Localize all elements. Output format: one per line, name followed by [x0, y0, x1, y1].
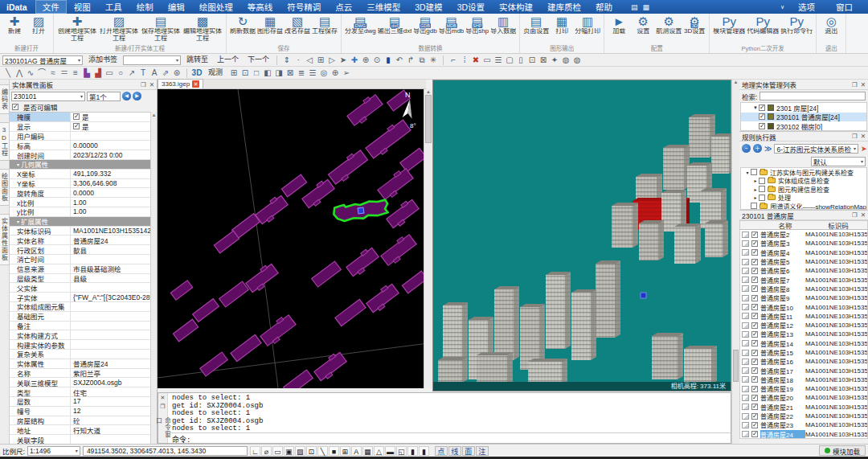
value-checkbox[interactable]: [73, 123, 80, 129]
screen-icon[interactable]: ▤: [631, 3, 638, 11]
geometry-mode-button[interactable]: 面: [462, 446, 475, 456]
layer-checkbox[interactable]: [759, 105, 765, 111]
ribbon-button[interactable]: ✚ 新建: [3, 14, 26, 45]
property-row[interactable]: 地址 行知大道: [10, 425, 150, 435]
fill-color-icon[interactable]: ▙: [81, 68, 92, 78]
ribbon-button[interactable]: ▨ 打开地理实体工程: [99, 14, 139, 45]
feature-row[interactable]: 普通房屋2 MA1001NE103H1535...: [740, 230, 867, 239]
feature-row[interactable]: 普通房屋5 MA1001NE103H1535...: [740, 257, 867, 266]
property-row[interactable]: 掩膜 是: [10, 113, 150, 122]
delete-icon[interactable]: ✖: [470, 55, 481, 65]
prev-view-icon[interactable]: ◁: [304, 55, 315, 65]
list-icon[interactable]: ☰: [493, 55, 504, 65]
ribbon-button[interactable]: ▦ 图形存盘: [257, 14, 283, 45]
rule-checkbox[interactable]: [751, 169, 757, 175]
ribbon-button[interactable]: ◎ 退出: [820, 14, 842, 45]
refresh-view-icon[interactable]: ✳: [428, 55, 439, 65]
property-row[interactable]: 实体标识码 MA1001NE103H15351422...: [10, 227, 150, 236]
annotation-icon[interactable]: A: [149, 68, 160, 78]
close-panel-icon[interactable]: ✕: [861, 211, 866, 219]
menu-item[interactable]: 工具: [98, 0, 129, 14]
property-row[interactable]: 标高 0.00000: [10, 141, 150, 150]
property-row[interactable]: 基础图元: [10, 312, 150, 322]
feature-checkbox[interactable]: [751, 313, 758, 319]
ribbon-button[interactable]: ▤DWG 分发至dwg: [345, 14, 376, 45]
rect-snap-icon[interactable]: ▭: [272, 446, 283, 456]
property-row[interactable]: 层数 17: [10, 397, 150, 407]
feature-checkbox[interactable]: [751, 413, 758, 420]
view-3d-canvas[interactable]: 相机高程: 373.11米: [432, 80, 731, 391]
ribbon-button[interactable]: ▥ 分幅打印: [575, 14, 600, 45]
center-snap-icon[interactable]: ⊡: [306, 446, 317, 456]
command-history[interactable]: nodes to select: 1get id: SXJZ0004.osgbn…: [168, 393, 731, 432]
feature-checkbox[interactable]: [751, 277, 758, 283]
property-row[interactable]: 实体属性 普通房屋24: [10, 359, 150, 369]
ribbon-button[interactable]: ▤MDB 导出mdb: [439, 14, 465, 45]
rule-checkbox[interactable]: [759, 178, 765, 184]
geometry-mode-button[interactable]: 线: [448, 446, 461, 456]
property-row[interactable]: 复杂关系: [10, 350, 150, 359]
arrow-draw-icon[interactable]: ↗: [126, 68, 137, 78]
link-icon[interactable]: ⊕: [330, 68, 341, 78]
ribbon-button[interactable]: ▤GDB 导出gdb: [413, 14, 436, 45]
angle-snap-icon[interactable]: △: [374, 446, 384, 456]
property-row[interactable]: 行政区划 歙县: [10, 245, 150, 255]
flatten-icon[interactable]: ☰: [307, 68, 318, 78]
menu-item[interactable]: 帮助: [588, 0, 620, 14]
property-row[interactable]: 备注: [10, 322, 150, 331]
module-status-button[interactable]: 模块加载: [819, 445, 866, 456]
feature-checkbox[interactable]: [751, 249, 758, 256]
feature-checkbox[interactable]: [751, 285, 758, 292]
target-icon[interactable]: ◎: [318, 68, 330, 78]
rule-set-combo[interactable]: 6-江苏图元实体关系质检▾: [774, 144, 858, 154]
previous-entity-button[interactable]: ◀: [122, 92, 131, 100]
editable-checkbox[interactable]: [12, 104, 18, 110]
multiline-icon[interactable]: ≡: [70, 68, 81, 78]
cell-icon[interactable]: ⊡: [240, 68, 251, 78]
property-row[interactable]: 消亡时间: [10, 255, 150, 264]
property-row[interactable]: Y坐标 3,306,646.908: [10, 179, 150, 189]
entity-tree-row[interactable]: ▼ 2301 房屋[24]: [741, 103, 866, 113]
tree-expand-icon[interactable]: ▾: [744, 170, 751, 175]
add-plus-icon[interactable]: ✚: [349, 55, 360, 65]
diameter-snap-icon[interactable]: ⌀: [261, 446, 272, 456]
code-column-header[interactable]: 标识码: [809, 220, 867, 230]
circle-b-icon[interactable]: ◍: [571, 55, 583, 65]
line-snap-icon[interactable]: ╲: [317, 446, 328, 456]
geometry-mode-button[interactable]: 点: [435, 446, 448, 456]
hatch-snap-icon[interactable]: ▨: [295, 446, 305, 456]
map-2d-canvas[interactable]: N8°: [158, 89, 424, 388]
ribbon-button[interactable]: ▤ 保存地理实体工程: [141, 14, 181, 45]
float-panel-icon[interactable]: ❐: [852, 211, 858, 219]
feature-row[interactable]: 普通房屋23 MA1001NE103H1535...: [740, 420, 867, 429]
feature-checkbox[interactable]: [751, 350, 758, 356]
layer-checkbox[interactable]: [759, 123, 765, 129]
property-row[interactable]: 旋转角度 0.0000: [10, 188, 150, 198]
feature-row[interactable]: 普通房屋8 MA1001NE103H1535...: [740, 285, 867, 293]
node-snap-icon[interactable]: ■: [329, 446, 339, 456]
feature-row[interactable]: 普通房屋11 MA1001NE103H1535...: [740, 312, 867, 321]
close-panel-icon[interactable]: ✕: [149, 81, 154, 88]
property-row[interactable]: x比例 1.00: [10, 198, 150, 207]
property-row[interactable]: 显示 是: [10, 122, 150, 132]
brush-icon[interactable]: ➤: [861, 145, 867, 153]
feature-checkbox[interactable]: [751, 232, 758, 238]
redo-view-icon[interactable]: ↱: [405, 55, 416, 65]
add-bookmark-button[interactable]: 添加书签: [85, 55, 121, 65]
menu-item[interactable]: 编辑: [161, 0, 192, 14]
full-extent-icon[interactable]: ▮: [383, 55, 394, 65]
run-all-rules-icon[interactable]: ≫: [764, 145, 772, 153]
zoom-center-icon[interactable]: ⊙: [371, 55, 383, 65]
parallel-lines-icon[interactable]: ＝: [59, 68, 70, 78]
rule-tree-row[interactable]: ▸ 处理: [741, 194, 866, 203]
menu-item[interactable]: 符号精调: [280, 0, 328, 14]
close-panel-icon[interactable]: ✕: [161, 395, 166, 401]
feature-row[interactable]: 普通房屋16 MA1001NE103H1535...: [740, 357, 867, 366]
property-row[interactable]: 名称 紫阳兰亭: [10, 369, 150, 379]
feature-row[interactable]: 普通房屋15 MA1001NE103H1535...: [740, 348, 867, 357]
ribbon-button[interactable]: Py 执行命令行: [780, 14, 813, 45]
ribbon-button[interactable]: ▥ 导入数据: [490, 14, 516, 45]
solid-snap-icon[interactable]: ▣: [284, 446, 294, 456]
rule-tree-row[interactable]: ▾ 江苏实体与图元构建关系检查: [741, 168, 866, 177]
3d-mode-icon[interactable]: 3D: [191, 68, 203, 78]
